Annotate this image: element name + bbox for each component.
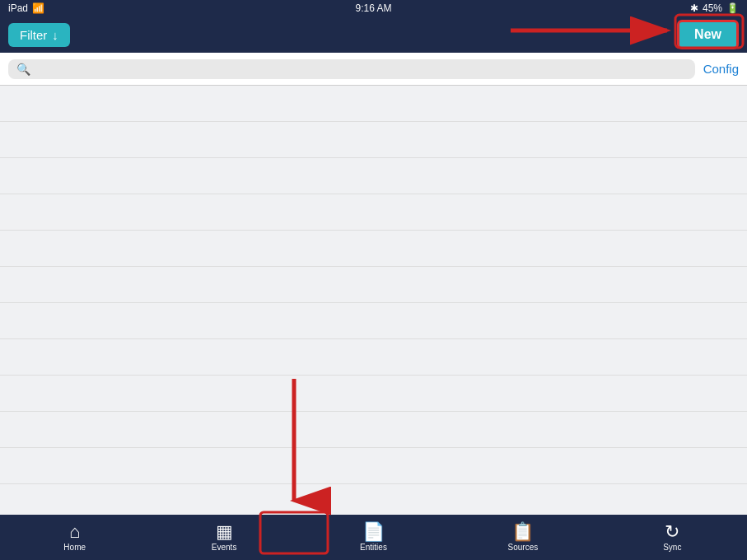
search-input[interactable] <box>35 63 687 76</box>
search-bar: 🔍 Config <box>0 53 747 86</box>
content-line <box>0 158 747 194</box>
content-line <box>0 484 747 515</box>
tab-entities[interactable]: 📄 Entities <box>299 518 448 557</box>
main-content <box>0 86 747 515</box>
tab-sources[interactable]: 📋 Sources <box>448 518 597 557</box>
events-icon: ▦ <box>216 523 233 541</box>
search-input-wrap: 🔍 <box>8 59 695 79</box>
device-label: iPad <box>8 2 28 14</box>
content-line <box>0 303 747 339</box>
nav-bar: Filter ↓ New <box>0 16 747 53</box>
home-icon: ⌂ <box>69 523 80 541</box>
tab-sync[interactable]: ↻ Sync <box>598 518 747 557</box>
sources-icon: 📋 <box>511 523 534 541</box>
tab-home[interactable]: ⌂ Home <box>0 518 149 557</box>
new-button[interactable]: New <box>677 20 739 49</box>
content-line <box>0 194 747 231</box>
content-lines <box>0 86 747 515</box>
search-icon: 🔍 <box>16 63 30 76</box>
content-line <box>0 231 747 267</box>
bluetooth-icon: ✱ <box>690 2 698 14</box>
tab-events-label: Events <box>212 543 237 552</box>
content-line <box>0 86 747 122</box>
content-line <box>0 376 747 412</box>
content-line <box>0 339 747 376</box>
content-line <box>0 448 747 484</box>
tab-sync-label: Sync <box>663 543 681 552</box>
status-time: 9:16 AM <box>355 2 391 14</box>
sync-icon: ↻ <box>665 523 679 541</box>
status-right: ✱ 45% 🔋 <box>690 2 739 14</box>
wifi-icon: 📶 <box>32 2 44 14</box>
filter-label: Filter <box>20 28 47 42</box>
config-button[interactable]: Config <box>703 62 739 76</box>
battery-icon: 🔋 <box>726 2 739 14</box>
status-left: iPad 📶 <box>8 2 44 14</box>
entities-icon: 📄 <box>362 523 385 541</box>
tab-entities-label: Entities <box>360 543 387 552</box>
content-line <box>0 412 747 448</box>
content-line <box>0 267 747 303</box>
battery-level: 45% <box>703 2 722 14</box>
tab-sources-label: Sources <box>508 543 539 552</box>
content-line <box>0 122 747 158</box>
filter-arrow-icon: ↓ <box>52 28 58 42</box>
tab-bar: ⌂ Home ▦ Events 📄 Entities 📋 Sources ↻ S… <box>0 515 747 560</box>
tab-events[interactable]: ▦ Events <box>149 518 298 557</box>
status-bar: iPad 📶 9:16 AM ✱ 45% 🔋 <box>0 0 747 16</box>
tab-home-label: Home <box>63 543 86 552</box>
filter-button[interactable]: Filter ↓ <box>8 23 70 47</box>
